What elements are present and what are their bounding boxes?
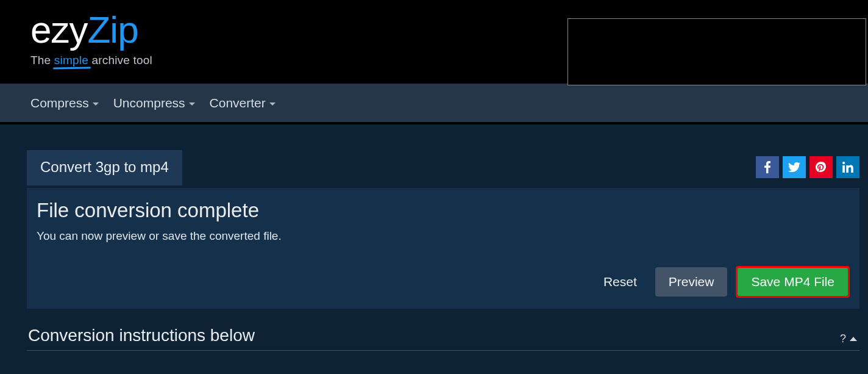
tagline-prefix: The	[30, 54, 54, 67]
tagline: The simple archive tool	[30, 54, 152, 67]
nav-compress-label: Compress	[30, 96, 89, 110]
logo-part-ezy: ezy	[30, 9, 87, 51]
conversion-panel: File conversion complete You can now pre…	[27, 188, 859, 309]
instructions-title: Conversion instructions below	[27, 326, 255, 345]
pinterest-icon	[816, 162, 827, 173]
help-toggle[interactable]: ?	[840, 333, 857, 345]
navbar: Compress Uncompress Converter	[0, 83, 868, 124]
header: ezyZip The simple archive tool	[0, 0, 868, 83]
panel-heading: File conversion complete	[37, 199, 850, 222]
share-facebook[interactable]	[756, 156, 779, 178]
ad-placeholder	[567, 18, 866, 85]
chevron-down-icon	[189, 102, 195, 106]
logo-block: ezyZip The simple archive tool	[30, 11, 152, 67]
button-row: Reset Preview Save MP4 File	[37, 266, 850, 298]
nav-converter-label: Converter	[210, 96, 266, 110]
help-question-icon: ?	[840, 333, 846, 345]
tab-convert[interactable]: Convert 3gp to mp4	[27, 150, 182, 185]
nav-uncompress-label: Uncompress	[113, 96, 185, 110]
top-row: Convert 3gp to mp4	[27, 150, 859, 185]
instructions-row: Conversion instructions below ?	[27, 326, 859, 351]
chevron-down-icon	[93, 102, 99, 106]
panel-subtext: You can now preview or save the converte…	[37, 229, 850, 243]
share-linkedin[interactable]	[836, 156, 859, 178]
chevron-down-icon	[269, 102, 276, 106]
preview-button[interactable]: Preview	[655, 267, 728, 297]
save-button-highlight: Save MP4 File	[736, 266, 850, 298]
main-content: Convert 3gp to mp4 File conversion compl…	[0, 124, 868, 351]
save-button[interactable]: Save MP4 File	[738, 268, 848, 296]
chevron-up-icon	[850, 337, 857, 341]
nav-compress[interactable]: Compress	[30, 96, 99, 110]
share-twitter[interactable]	[783, 156, 806, 178]
tagline-simple: simple	[54, 54, 88, 67]
logo-part-zip: Zip	[87, 9, 138, 51]
facebook-icon	[764, 161, 770, 173]
share-row	[756, 156, 859, 178]
tagline-suffix: archive tool	[88, 54, 152, 67]
reset-button[interactable]: Reset	[594, 268, 647, 295]
tab-label: Convert 3gp to mp4	[40, 159, 169, 175]
share-pinterest[interactable]	[809, 156, 833, 178]
nav-uncompress[interactable]: Uncompress	[113, 96, 195, 110]
logo[interactable]: ezyZip	[30, 11, 152, 49]
nav-converter[interactable]: Converter	[210, 96, 276, 110]
twitter-icon	[788, 162, 800, 172]
linkedin-icon	[842, 162, 853, 173]
